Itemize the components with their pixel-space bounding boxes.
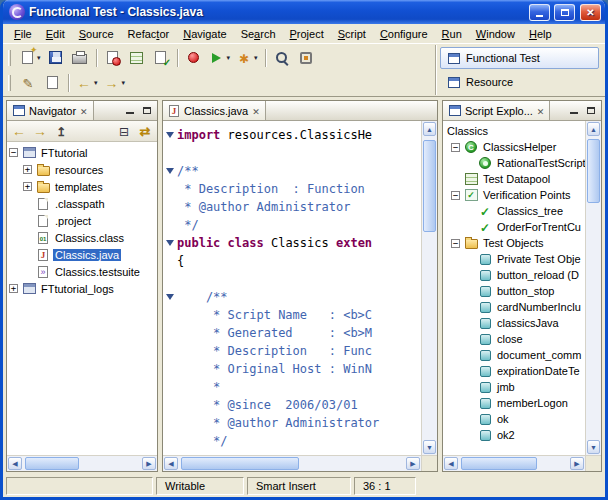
navigator-minimize-button[interactable] [122,104,138,118]
tree-item-classicsjava[interactable]: classicsJava [443,315,585,331]
tree-expander[interactable]: − [451,143,460,152]
menu-refactor[interactable]: Refactor [121,26,177,42]
scroll-up-button[interactable] [423,122,436,136]
tree-item-verification-points[interactable]: −Verification Points [443,187,585,203]
menu-source[interactable]: Source [72,26,121,42]
new-datapool-button[interactable] [125,47,149,69]
editor-tab-close-icon[interactable] [252,105,260,117]
scroll-thumb[interactable] [181,457,299,470]
menu-run[interactable]: Run [435,26,469,42]
menu-configure[interactable]: Configure [373,26,435,42]
scroll-thumb[interactable] [423,140,436,232]
menu-window[interactable]: Window [469,26,522,42]
tree-item-orderfortrentcu[interactable]: OrderForTrentCu [443,219,585,235]
forward-button[interactable] [30,122,50,140]
back-button[interactable] [9,122,29,140]
tree-expander[interactable]: − [451,239,460,248]
last-edit-location-button[interactable] [16,72,40,94]
tree-item-classics-class[interactable]: Classics.class [7,229,157,246]
new-wizard-button[interactable]: ▾ [16,47,44,69]
scroll-right-button[interactable] [142,457,156,470]
forward-button[interactable]: ▾ [101,72,129,94]
collapse-all-button[interactable] [114,122,134,140]
link-with-editor-button[interactable] [135,122,155,140]
tree-item-expirationdatete[interactable]: expirationDateTe [443,363,585,379]
tree-item-cardnumberinclu[interactable]: cardNumberInclu [443,299,585,315]
tree-item-classics-java[interactable]: Classics.java [7,246,157,263]
script-root-label[interactable]: Classics [443,123,585,139]
tree-item-memberlogon[interactable]: memberLogon [443,395,585,411]
scroll-track[interactable] [459,456,569,471]
fold-marker-icon[interactable] [163,132,177,138]
maximize-button[interactable] [554,4,575,21]
tree-item-rationaltestscript[interactable]: RationalTestScript [443,155,585,171]
editor-tab-classics-java[interactable]: Classics.java [163,101,266,120]
tree-item-classics-tree[interactable]: Classics_tree [443,203,585,219]
up-button[interactable] [51,122,71,140]
editor-hscrollbar[interactable] [163,455,421,471]
tree-item-classicshelper[interactable]: −ClassicsHelper [443,139,585,155]
menu-script[interactable]: Script [331,26,373,42]
tree-expander[interactable]: + [23,165,32,174]
script-content[interactable]: Classics −ClassicsHelperRationalTestScri… [443,121,585,455]
external-tools-button[interactable]: ▾ [233,47,261,69]
test-object-inspector-button[interactable] [294,47,318,69]
tree-item-fttutorial[interactable]: −FTtutorial [7,144,157,161]
menu-project[interactable]: Project [283,26,331,42]
navigator-tab[interactable]: Navigator [7,101,94,120]
scroll-track[interactable] [586,137,601,439]
perspective-button-functional-test[interactable]: Functional Test [440,47,599,69]
fold-marker-icon[interactable] [163,168,177,174]
script-explorer-maximize-button[interactable] [583,104,599,118]
scroll-track[interactable] [179,456,405,471]
menu-edit[interactable]: Edit [39,26,72,42]
title-bar[interactable]: Functional Test - Classics.java [3,0,605,24]
tree-expander[interactable]: − [9,148,18,157]
fold-marker-icon[interactable] [163,294,177,300]
tree-item-jmb[interactable]: jmb [443,379,585,395]
scroll-up-button[interactable] [587,122,600,136]
menu-search[interactable]: Search [234,26,283,42]
navigator-tree[interactable]: −FTtutorial+resources+templates.classpat… [7,142,157,455]
tree-expander[interactable]: + [9,284,18,293]
scroll-down-button[interactable] [423,440,436,454]
script-hscrollbar[interactable] [443,455,585,471]
tree-item--classpath[interactable]: .classpath [7,195,157,212]
minimize-button[interactable] [529,4,550,21]
record-script-button[interactable] [182,47,206,69]
scroll-track[interactable] [422,137,437,439]
script-vscrollbar[interactable] [585,121,601,455]
tree-item--project[interactable]: .project [7,212,157,229]
script-explorer-close-icon[interactable] [537,105,545,117]
script-explorer-minimize-button[interactable] [566,104,582,118]
new-test-script-button[interactable] [101,47,125,69]
scroll-left-button[interactable] [444,457,458,470]
menu-help[interactable]: Help [522,26,559,42]
tree-item-fttutorial-logs[interactable]: +FTtutorial_logs [7,280,157,297]
back-button[interactable]: ▾ [73,72,101,94]
save-button[interactable] [44,47,68,69]
tree-item-test-objects[interactable]: −Test Objects [443,235,585,251]
fold-marker-icon[interactable] [163,240,177,246]
new-verification-point-button[interactable] [149,47,173,69]
menu-navigate[interactable]: Navigate [176,26,233,42]
editor-vscrollbar[interactable] [421,121,437,455]
scroll-thumb[interactable] [461,457,537,470]
tree-expander[interactable]: + [23,182,32,191]
tree-expander[interactable]: − [451,191,460,200]
script-explorer-tab[interactable]: Script Explo... [443,101,550,120]
tree-item-classics-testsuite[interactable]: Classics.testsuite [7,263,157,280]
open-type-button[interactable] [40,72,64,94]
navigator-maximize-button[interactable] [139,104,155,118]
print-button[interactable] [68,47,92,69]
run-script-button[interactable]: ▾ [206,47,234,69]
perspective-button-resource[interactable]: Resource [440,71,599,93]
tree-item-test-datapool[interactable]: Test Datapool [443,171,585,187]
tree-item-button-stop[interactable]: button_stop [443,283,585,299]
tree-item-document-comm[interactable]: document_comm [443,347,585,363]
navigator-hscrollbar[interactable] [7,455,157,471]
scroll-right-button[interactable] [570,457,584,470]
scroll-thumb[interactable] [25,457,79,470]
scroll-thumb[interactable] [587,139,600,203]
tree-item-ok[interactable]: ok [443,411,585,427]
